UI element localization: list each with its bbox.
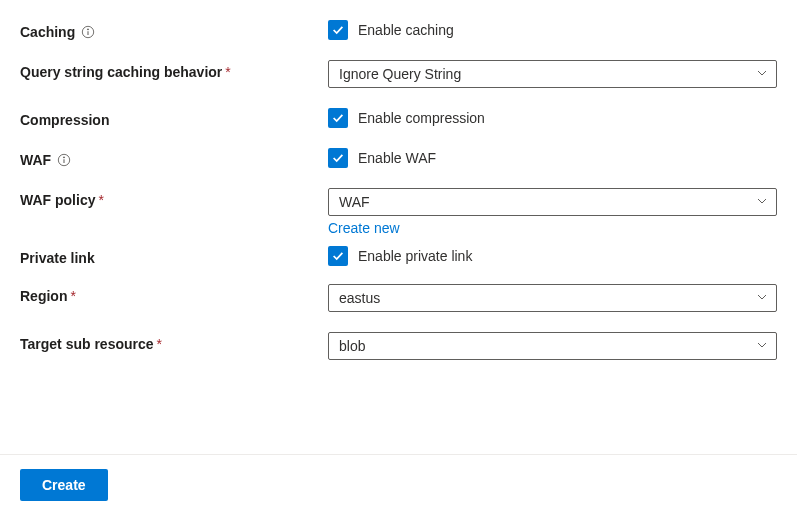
query-string-dropdown[interactable]: Ignore Query String <box>328 60 777 88</box>
waf-policy-dropdown[interactable]: WAF <box>328 188 777 216</box>
waf-policy-label-text: WAF policy <box>20 192 95 208</box>
required-asterisk: * <box>157 336 162 352</box>
waf-label: WAF <box>20 148 328 168</box>
query-string-value: Ignore Query String <box>339 66 461 82</box>
compression-label-text: Compression <box>20 112 109 128</box>
enable-compression-checkbox[interactable] <box>328 108 348 128</box>
footer: Create <box>0 454 797 515</box>
enable-private-link-checkbox[interactable] <box>328 246 348 266</box>
enable-caching-text: Enable caching <box>358 22 454 38</box>
enable-caching-checkbox[interactable] <box>328 20 348 40</box>
target-sub-dropdown[interactable]: blob <box>328 332 777 360</box>
caching-label-text: Caching <box>20 24 75 40</box>
chevron-down-icon <box>756 66 768 82</box>
create-new-link[interactable]: Create new <box>328 220 400 236</box>
enable-private-link-text: Enable private link <box>358 248 472 264</box>
compression-label: Compression <box>20 108 328 128</box>
required-asterisk: * <box>98 192 103 208</box>
private-link-label: Private link <box>20 246 328 266</box>
waf-policy-label: WAF policy * <box>20 188 328 208</box>
chevron-down-icon <box>756 194 768 210</box>
private-link-label-text: Private link <box>20 250 95 266</box>
info-icon[interactable] <box>57 153 71 167</box>
enable-waf-checkbox[interactable] <box>328 148 348 168</box>
region-label: Region * <box>20 284 328 304</box>
region-dropdown[interactable]: eastus <box>328 284 777 312</box>
chevron-down-icon <box>756 290 768 306</box>
enable-compression-text: Enable compression <box>358 110 485 126</box>
target-sub-label: Target sub resource * <box>20 332 328 352</box>
chevron-down-icon <box>756 338 768 354</box>
info-icon[interactable] <box>81 25 95 39</box>
region-value: eastus <box>339 290 380 306</box>
waf-policy-value: WAF <box>339 194 370 210</box>
required-asterisk: * <box>225 64 230 80</box>
query-string-label: Query string caching behavior * <box>20 60 328 80</box>
required-asterisk: * <box>70 288 75 304</box>
target-sub-value: blob <box>339 338 365 354</box>
region-label-text: Region <box>20 288 67 304</box>
target-sub-label-text: Target sub resource <box>20 336 154 352</box>
waf-label-text: WAF <box>20 152 51 168</box>
create-button[interactable]: Create <box>20 469 108 501</box>
query-string-label-text: Query string caching behavior <box>20 64 222 80</box>
enable-waf-text: Enable WAF <box>358 150 436 166</box>
caching-label: Caching <box>20 20 328 40</box>
svg-point-1 <box>88 29 89 30</box>
svg-point-4 <box>64 157 65 158</box>
